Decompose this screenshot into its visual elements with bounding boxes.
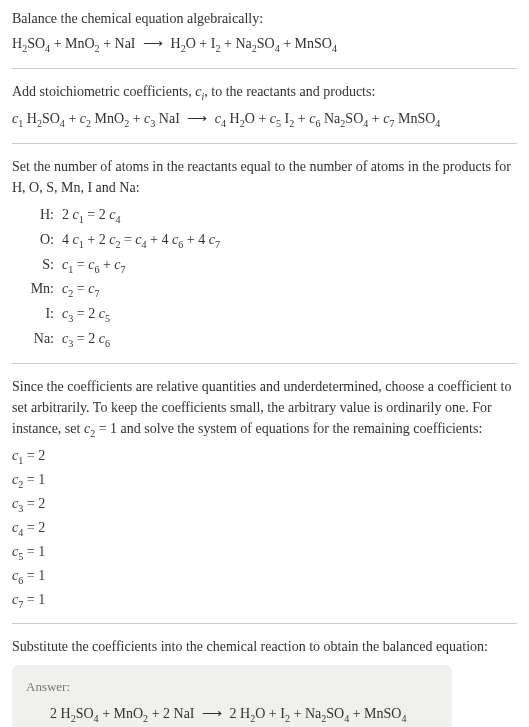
atom-row-s: S: c1 = c6 + c7 bbox=[22, 254, 517, 277]
unbalanced-equation: H2SO4 + MnO2 + NaI ⟶ H2O + I2 + Na2SO4 +… bbox=[12, 33, 517, 56]
section-atom-balance: Set the number of atoms in the reactants… bbox=[12, 156, 517, 351]
answer-label: Answer: bbox=[26, 677, 438, 697]
atom-row-h: H: 2 c1 = 2 c4 bbox=[22, 204, 517, 227]
reaction-arrow-icon: ⟶ bbox=[202, 703, 222, 724]
coefficient-equation: c1 H2SO4 + c2 MnO2 + c3 NaI ⟶ c4 H2O + c… bbox=[12, 108, 517, 131]
solve-text: Since the coefficients are relative quan… bbox=[12, 376, 517, 441]
coeff-c2: c2 = 1 bbox=[12, 469, 517, 492]
coeff-intro-text: Add stoichiometric coefficients, ci, to … bbox=[12, 81, 517, 104]
divider bbox=[12, 623, 517, 624]
reaction-arrow-icon: ⟶ bbox=[187, 108, 207, 129]
answer-box: Answer: 2 H2SO4 + MnO2 + 2 NaI ⟶ 2 H2O +… bbox=[12, 665, 452, 727]
coeff-c7: c7 = 1 bbox=[12, 589, 517, 612]
section-add-coefficients: Add stoichiometric coefficients, ci, to … bbox=[12, 81, 517, 131]
divider bbox=[12, 363, 517, 364]
section-solve-coefficients: Since the coefficients are relative quan… bbox=[12, 376, 517, 611]
atom-row-mn: Mn: c2 = c7 bbox=[22, 278, 517, 301]
coeff-c5: c5 = 1 bbox=[12, 541, 517, 564]
substitute-text: Substitute the coefficients into the che… bbox=[12, 636, 517, 657]
section-balance-intro: Balance the chemical equation algebraica… bbox=[12, 8, 517, 56]
divider bbox=[12, 68, 517, 69]
coeff-c6: c6 = 1 bbox=[12, 565, 517, 588]
divider bbox=[12, 143, 517, 144]
coefficient-list: c1 = 2 c2 = 1 c3 = 2 c4 = 2 c5 = 1 c6 = … bbox=[12, 445, 517, 611]
atom-row-o: O: 4 c1 + 2 c2 = c4 + 4 c6 + 4 c7 bbox=[22, 229, 517, 252]
atom-balance-text: Set the number of atoms in the reactants… bbox=[12, 156, 517, 198]
atom-row-i: I: c3 = 2 c5 bbox=[22, 303, 517, 326]
intro-text: Balance the chemical equation algebraica… bbox=[12, 8, 517, 29]
balanced-equation: 2 H2SO4 + MnO2 + 2 NaI ⟶ 2 H2O + I2 + Na… bbox=[26, 703, 438, 726]
coeff-c1: c1 = 2 bbox=[12, 445, 517, 468]
reaction-arrow-icon: ⟶ bbox=[143, 33, 163, 54]
coeff-c4: c4 = 2 bbox=[12, 517, 517, 540]
coeff-c3: c3 = 2 bbox=[12, 493, 517, 516]
atom-equations-table: H: 2 c1 = 2 c4 O: 4 c1 + 2 c2 = c4 + 4 c… bbox=[22, 204, 517, 351]
atom-row-na: Na: c3 = 2 c6 bbox=[22, 328, 517, 351]
section-substitute: Substitute the coefficients into the che… bbox=[12, 636, 517, 727]
